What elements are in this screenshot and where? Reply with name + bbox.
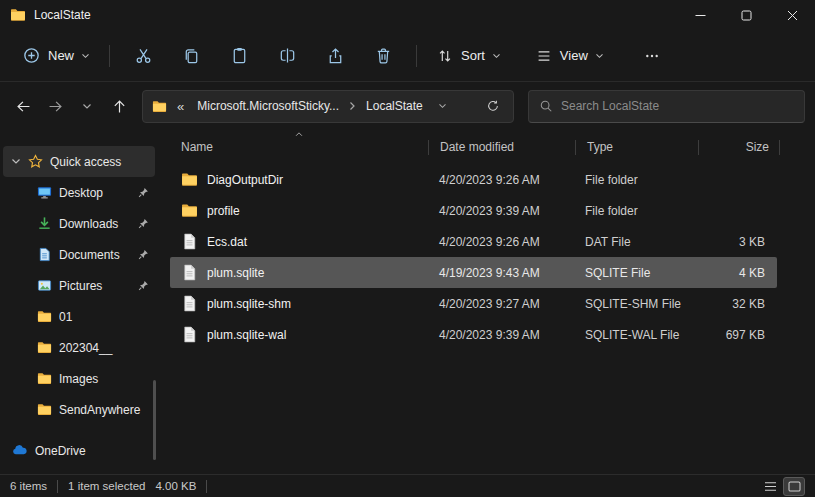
file-row-plum-sqlite-wal[interactable]: plum.sqlite-wal 4/20/2023 9:39 AM SQLITE… (170, 319, 777, 350)
column-header-label: Date modified (440, 140, 514, 154)
sidebar-item-label: 01 (59, 310, 149, 324)
sidebar-item-folder-01[interactable]: 01 (3, 301, 155, 332)
file-name-cell: plum.sqlite-wal (170, 326, 428, 343)
status-divider (57, 480, 58, 493)
copy-button[interactable] (171, 38, 211, 74)
toolbar-divider (416, 45, 417, 67)
pictures-icon (37, 278, 52, 293)
file-date-cell: 4/20/2023 9:39 AM (428, 328, 574, 342)
file-row-plum-sqlite[interactable]: plum.sqlite 4/19/2023 9:43 AM SQLITE Fil… (170, 257, 777, 288)
sidebar-item-folder-sendanywhere[interactable]: SendAnywhere (3, 394, 155, 425)
refresh-button[interactable] (482, 95, 504, 117)
sidebar-item-documents[interactable]: Documents (3, 239, 155, 270)
command-toolbar: New (0, 30, 815, 82)
file-date-cell: 4/19/2023 9:43 AM (428, 266, 574, 280)
breadcrumb-parent[interactable]: Microsoft.MicrosoftSticky... (194, 97, 342, 115)
view-button[interactable]: View (525, 38, 614, 74)
new-button-label: New (48, 48, 74, 63)
close-button[interactable] (769, 0, 815, 30)
breadcrumb-collapsed-button[interactable]: « (174, 97, 187, 116)
back-button[interactable] (8, 91, 38, 121)
desktop-icon (37, 185, 52, 200)
file-row-diagoutputdir[interactable]: DiagOutputDir 4/20/2023 9:26 AM File fol… (170, 164, 777, 195)
rename-button[interactable] (267, 38, 307, 74)
file-type-cell: SQLITE File (574, 266, 696, 280)
sort-button[interactable]: Sort (426, 38, 511, 74)
cut-button[interactable] (123, 38, 163, 74)
address-bar[interactable]: « Microsoft.MicrosoftSticky... LocalStat… (142, 90, 514, 123)
up-button[interactable] (104, 91, 134, 121)
new-button[interactable]: New (12, 38, 100, 74)
status-divider (206, 480, 207, 493)
new-plus-icon (22, 46, 41, 65)
main-content: Quick access Desktop Downloads (0, 130, 815, 474)
file-name-cell: Ecs.dat (170, 233, 428, 250)
file-list-body: DiagOutputDir 4/20/2023 9:26 AM File fol… (170, 164, 815, 350)
chevron-down-icon (11, 158, 21, 165)
sidebar-item-quick-access[interactable]: Quick access (3, 146, 155, 177)
view-lines-icon (535, 47, 553, 65)
sidebar-item-downloads[interactable]: Downloads (3, 208, 155, 239)
sidebar-section-gap (0, 425, 158, 435)
column-header-name[interactable]: Name (170, 130, 428, 164)
file-size-cell: 32 KB (696, 297, 776, 311)
large-icons-view-button[interactable] (783, 477, 805, 496)
selection-size: 4.00 KB (155, 480, 196, 492)
folder-icon (181, 171, 198, 188)
sidebar-item-folder-202304[interactable]: 202304__ (3, 332, 155, 363)
see-more-button[interactable] (632, 38, 672, 74)
sidebar-item-label: Documents (59, 248, 131, 262)
sidebar-item-label: Desktop (59, 186, 131, 200)
column-header-label: Size (746, 140, 769, 154)
file-explorer-window: LocalState New (0, 0, 815, 497)
delete-button[interactable] (363, 38, 403, 74)
folder-icon (37, 371, 52, 386)
column-header-date-modified[interactable]: Date modified (429, 130, 575, 164)
sidebar-item-onedrive[interactable]: OneDrive (3, 435, 155, 466)
details-view-button[interactable] (759, 477, 781, 496)
paste-clipboard-icon (230, 46, 249, 65)
header-divider[interactable] (779, 140, 780, 155)
search-input[interactable] (561, 99, 794, 113)
breadcrumb-current[interactable]: LocalState (363, 97, 426, 115)
share-icon (326, 46, 345, 65)
sort-ascending-icon (295, 132, 304, 137)
file-size-cell: 4 KB (696, 266, 776, 280)
sidebar-item-desktop[interactable]: Desktop (3, 177, 155, 208)
file-type-cell: SQLITE-SHM File (574, 297, 696, 311)
maximize-button[interactable] (723, 0, 769, 30)
column-header-type[interactable]: Type (576, 130, 698, 164)
forward-button[interactable] (40, 91, 70, 121)
sidebar-scrollbar-thumb[interactable] (153, 380, 156, 460)
paste-button[interactable] (219, 38, 259, 74)
column-header-label: Type (587, 140, 613, 154)
folder-icon (181, 202, 198, 219)
column-header-size[interactable]: Size (699, 130, 779, 164)
file-row-profile[interactable]: profile 4/20/2023 9:39 AM File folder (170, 195, 777, 226)
sort-button-label: Sort (461, 48, 485, 63)
file-size-cell: 697 KB (696, 328, 776, 342)
sidebar-item-label: SendAnywhere (59, 403, 149, 417)
column-headers: Name Date modified Type Size (170, 130, 815, 164)
file-size-cell: 3 KB (696, 235, 776, 249)
recent-locations-chevron[interactable] (72, 91, 102, 121)
file-icon (181, 295, 198, 312)
sidebar-item-label: Quick access (50, 155, 149, 169)
window-controls (677, 0, 815, 30)
copy-icon (182, 46, 201, 65)
minimize-button[interactable] (677, 0, 723, 30)
star-icon (28, 154, 43, 169)
share-button[interactable] (315, 38, 355, 74)
sidebar-item-folder-images[interactable]: Images (3, 363, 155, 394)
file-row-ecs-dat[interactable]: Ecs.dat 4/20/2023 9:26 AM DAT File 3 KB (170, 226, 777, 257)
sidebar-item-label: 202304__ (59, 341, 149, 355)
file-row-plum-sqlite-shm[interactable]: plum.sqlite-shm 4/20/2023 9:27 AM SQLITE… (170, 288, 777, 319)
file-type-cell: File folder (574, 173, 696, 187)
pin-icon (138, 218, 149, 229)
pin-icon (138, 187, 149, 198)
file-name: plum.sqlite-shm (207, 297, 291, 311)
address-dropdown-chevron[interactable] (433, 96, 453, 116)
file-name: plum.sqlite-wal (207, 328, 286, 342)
chevron-down-icon (595, 53, 604, 59)
sidebar-item-pictures[interactable]: Pictures (3, 270, 155, 301)
